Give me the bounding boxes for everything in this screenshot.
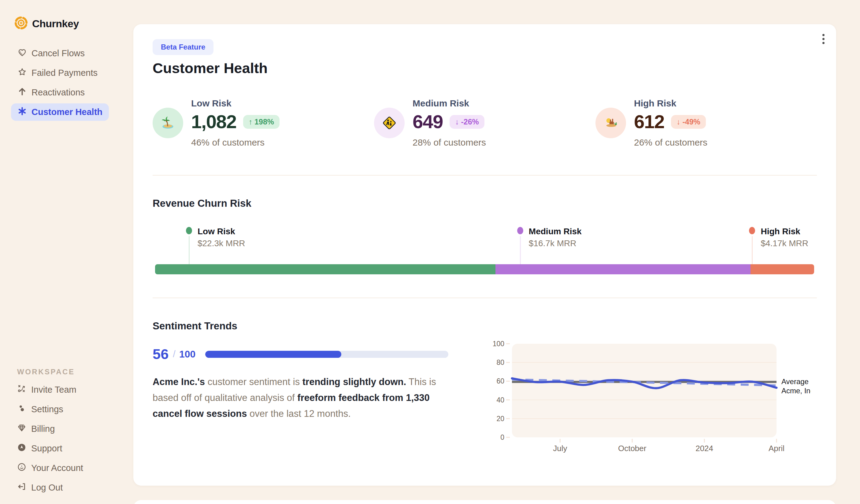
- sidebar-item-settings[interactable]: Settings: [17, 401, 124, 418]
- sidebar-item-label: Failed Payments: [31, 68, 98, 78]
- svg-text:April: April: [769, 444, 785, 452]
- sidebar-item-invite-team[interactable]: Invite Team: [17, 381, 124, 399]
- churn-bar-segment: [496, 264, 750, 274]
- navigation-icon: [17, 443, 26, 454]
- risk-label: High Risk: [634, 97, 707, 110]
- circles-icon: [17, 404, 26, 415]
- svg-text:0: 0: [500, 433, 504, 441]
- sentiment-title: Sentiment Trends: [153, 320, 817, 332]
- churn-bar-segment: [155, 264, 496, 274]
- legend-label: High Risk: [761, 227, 808, 236]
- legend-item-high-risk: High Risk $4.17k MRR: [749, 227, 808, 248]
- sidebar-item-label: Support: [31, 444, 62, 453]
- app-name: Churnkey: [32, 18, 79, 30]
- sidebar-item-log-out[interactable]: Log Out: [17, 479, 124, 496]
- sentiment-section: Sentiment Trends 56 / 100 Acme Inc.'s cu…: [153, 298, 817, 422]
- main-content: Beta Feature Customer Health: [133, 0, 860, 504]
- section-divider: [153, 175, 817, 175]
- legend-item-low-risk: Low Risk $22.3k MRR: [186, 227, 245, 248]
- low-risk-dot: [186, 227, 192, 234]
- app-logo: Churnkey: [14, 16, 133, 31]
- workspace-section: WORKSPACE Invite Team Settings: [17, 368, 124, 499]
- sidebar-item-reactivations[interactable]: Reactivations: [11, 84, 109, 101]
- sidebar-item-label: Settings: [31, 404, 63, 414]
- medium-risk-card: Medium Risk 649 ↓ -26% 28% of customers: [374, 97, 596, 148]
- svg-text:80: 80: [496, 358, 504, 366]
- sidebar-item-label: Cancel Flows: [31, 48, 85, 58]
- risk-delta-badge: ↑ 198%: [243, 115, 280, 129]
- sidebar-item-label: Billing: [31, 424, 55, 434]
- risk-delta-badge: ↓ -49%: [671, 115, 706, 129]
- page-title: Customer Health: [153, 59, 817, 77]
- sentiment-summary-text: Acme Inc.'s customer sentiment is trendi…: [153, 374, 460, 422]
- sidebar-item-failed-payments[interactable]: Failed Payments: [11, 64, 109, 82]
- svg-text:Average: Average: [782, 377, 808, 386]
- strategy-icon: [17, 384, 26, 395]
- svg-text:Acme, Inc.: Acme, Inc.: [782, 387, 811, 395]
- desert-island-icon: [153, 107, 183, 138]
- revenue-churn-bar: [155, 264, 814, 274]
- revenue-churn-legend: Low Risk $22.3k MRR Medium Risk $16.7k M…: [155, 227, 814, 264]
- children-crossing-icon: [374, 107, 405, 138]
- risk-label: Low Risk: [191, 97, 280, 110]
- svg-text:July: July: [553, 444, 567, 452]
- sidebar-item-support[interactable]: Support: [17, 440, 124, 457]
- sidebar-item-cancel-flows[interactable]: Cancel Flows: [11, 45, 109, 62]
- svg-text:2024: 2024: [696, 444, 713, 452]
- medium-risk-dot: [517, 227, 523, 234]
- sentiment-score: 56: [153, 346, 169, 362]
- sentiment-progress-fill: [205, 351, 341, 358]
- sidebar: Churnkey Cancel Flows Failed Payments: [0, 0, 133, 504]
- logout-icon: [17, 482, 26, 493]
- svg-text:60: 60: [496, 377, 504, 385]
- face-icon: [17, 462, 26, 474]
- score-slash: /: [173, 349, 175, 360]
- svg-text:20: 20: [496, 415, 504, 423]
- churn-bar-segment: [750, 264, 814, 274]
- sidebar-item-label: Your Account: [31, 463, 83, 473]
- sidebar-item-customer-health[interactable]: Customer Health: [11, 103, 109, 121]
- sidebar-item-label: Log Out: [31, 483, 63, 493]
- risk-share: 26% of customers: [634, 137, 707, 148]
- legend-label: Low Risk: [198, 227, 245, 236]
- high-risk-card: High Risk 612 ↓ -49% 26% of customers: [596, 97, 817, 148]
- kebab-menu-icon[interactable]: [817, 30, 829, 47]
- legend-mrr: $16.7k MRR: [529, 239, 582, 248]
- high-risk-dot: [749, 227, 755, 234]
- svg-text:40: 40: [496, 396, 504, 404]
- risk-count: 649: [413, 112, 443, 131]
- sidebar-item-label: Invite Team: [31, 385, 76, 395]
- risk-count: 1,082: [191, 112, 236, 131]
- sidebar-item-label: Customer Health: [31, 107, 102, 117]
- legend-label: Medium Risk: [529, 227, 582, 236]
- sentiment-trend-chart: 020406080100JulyOctober2024AprilAverageA…: [486, 338, 811, 452]
- sidebar-item-label: Reactivations: [31, 87, 85, 98]
- legend-connector: [189, 236, 190, 264]
- revenue-churn-title: Revenue Churn Risk: [153, 197, 817, 210]
- sidebar-item-billing[interactable]: Billing: [17, 420, 124, 438]
- sidebar-item-your-account[interactable]: Your Account: [17, 459, 124, 477]
- legend-connector: [752, 236, 752, 264]
- low-risk-card: Low Risk 1,082 ↑ 198% 46% of customers: [153, 97, 374, 148]
- risk-share: 46% of customers: [191, 137, 280, 148]
- risk-label: Medium Risk: [413, 97, 486, 110]
- arrow-up-icon: [17, 87, 27, 99]
- risk-share: 28% of customers: [413, 137, 486, 148]
- asterisk-icon: [17, 106, 27, 118]
- gem-icon: [17, 423, 26, 435]
- next-card-stub: [133, 500, 836, 504]
- customer-health-card: Beta Feature Customer Health: [133, 24, 836, 486]
- svg-text:100: 100: [493, 340, 504, 348]
- svg-text:October: October: [618, 444, 646, 452]
- workspace-heading: WORKSPACE: [17, 368, 124, 376]
- legend-mrr: $4.17k MRR: [761, 239, 808, 248]
- risk-count: 612: [634, 112, 664, 131]
- risk-summary-row: Low Risk 1,082 ↑ 198% 46% of customers: [153, 97, 817, 148]
- sentiment-denominator: 100: [179, 349, 196, 360]
- beta-feature-badge: Beta Feature: [153, 39, 214, 55]
- churnkey-logo-icon: [14, 16, 28, 31]
- heart-icon: [17, 48, 27, 59]
- primary-nav: Cancel Flows Failed Payments Reactivatio…: [0, 45, 133, 121]
- risk-delta-badge: ↓ -26%: [449, 115, 485, 129]
- star-icon: [17, 67, 27, 79]
